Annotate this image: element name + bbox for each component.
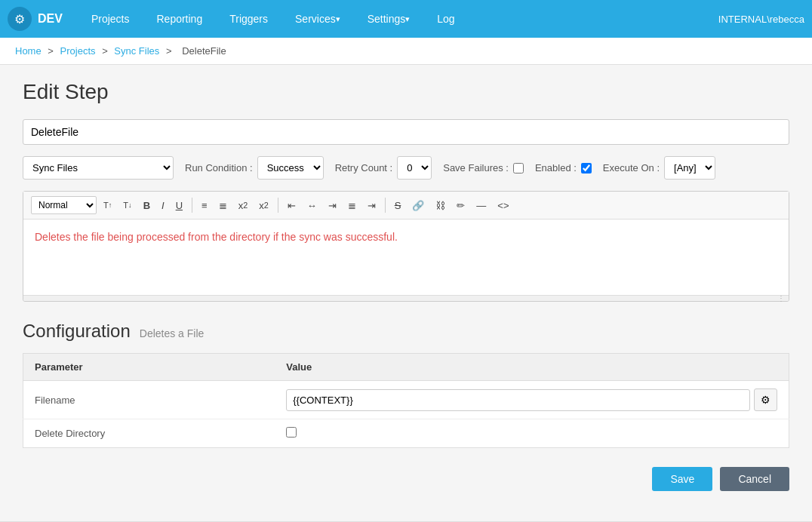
step-name-input[interactable] (23, 119, 789, 145)
col-header-parameter: Parameter (23, 354, 275, 381)
editor-content: Deletes the file being processed from th… (35, 231, 398, 243)
italic-btn[interactable]: I (157, 198, 169, 213)
retry-count-label: Retry Count : (335, 162, 393, 173)
delete-directory-checkbox[interactable] (286, 427, 297, 438)
font-size-up-btn[interactable]: T↑ (99, 198, 116, 212)
logo-icon: ⚙ (8, 7, 32, 31)
options-row: Sync Files Run Condition : Success Failu… (23, 156, 789, 180)
align-left-btn[interactable]: ⇤ (283, 198, 300, 213)
format-select[interactable]: Normal Heading 1 Heading 2 (31, 196, 97, 214)
user-info: INTERNAL\rebecca (718, 14, 804, 25)
execute-on-select[interactable]: [Any] (664, 156, 715, 180)
execute-on-label: Execute On : (603, 162, 660, 173)
enabled-checkbox[interactable] (581, 163, 592, 173)
save-failures-label: Save Failures : (443, 162, 509, 173)
run-condition-group: Run Condition : Success Failure Always (185, 156, 324, 180)
source-btn[interactable]: <> (493, 198, 513, 213)
nav-item-reporting[interactable]: Reporting (143, 0, 216, 38)
strikethrough-btn[interactable]: S (390, 198, 406, 213)
editor-container: Normal Heading 1 Heading 2 T↑ T↓ B I U ≡… (23, 191, 789, 302)
table-row: Filename ⚙ (23, 381, 789, 419)
top-navigation: ⚙ DEV Projects Reporting Triggers Servic… (0, 0, 812, 38)
enabled-label: Enabled : (535, 162, 577, 173)
run-condition-label: Run Condition : (185, 162, 253, 173)
retry-count-select[interactable]: 0123 (397, 156, 432, 180)
breadcrumb-sync-files[interactable]: Sync Files (114, 45, 159, 57)
cancel-button[interactable]: Cancel (720, 467, 789, 491)
enabled-group: Enabled : (535, 162, 592, 173)
editor-resize-handle[interactable]: ⋮ (23, 295, 789, 301)
font-size-down-btn[interactable]: T↓ (118, 198, 136, 212)
config-header: Configuration Deletes a File (23, 321, 789, 342)
nav-item-projects[interactable]: Projects (78, 0, 143, 38)
breadcrumb-current: DeleteFile (182, 45, 226, 57)
editor-toolbar: Normal Heading 1 Heading 2 T↑ T↓ B I U ≡… (23, 192, 789, 220)
filename-input-wrapper: ⚙ (286, 388, 777, 411)
col-header-value: Value (275, 354, 789, 381)
nav-items: Projects Reporting Triggers Services Set… (78, 0, 718, 38)
app-env: DEV (38, 12, 63, 26)
table-row: Delete Directory (23, 419, 789, 448)
value-delete-directory (275, 419, 789, 448)
highlight-btn[interactable]: ✏ (452, 198, 469, 213)
editor-body[interactable]: Deletes the file being processed from th… (23, 220, 789, 295)
divider-2 (278, 198, 278, 213)
breadcrumb-projects[interactable]: Projects (60, 45, 96, 57)
save-failures-group: Save Failures : (443, 162, 524, 173)
page-title: Edit Step (23, 80, 789, 104)
filename-gear-btn[interactable]: ⚙ (754, 388, 777, 411)
retry-count-group: Retry Count : 0123 (335, 156, 432, 180)
pipeline-select[interactable]: Sync Files (23, 156, 174, 180)
nav-item-services[interactable]: Services (281, 0, 354, 38)
unordered-list-btn[interactable]: ≣ (214, 198, 232, 213)
superscript-btn[interactable]: x2 (254, 198, 273, 213)
filename-input[interactable] (286, 389, 750, 411)
align-right-btn[interactable]: ⇥ (324, 198, 341, 213)
underline-btn[interactable]: U (171, 198, 187, 213)
ordered-list-btn[interactable]: ≡ (197, 198, 212, 213)
app-logo[interactable]: ⚙ DEV (8, 7, 63, 31)
pipeline-group: Sync Files (23, 156, 174, 180)
main-content: Edit Step Sync Files Run Condition : Suc… (0, 65, 812, 521)
nav-item-log[interactable]: Log (423, 0, 468, 38)
unlink-btn[interactable]: ⛓ (431, 198, 450, 213)
divider-3 (385, 198, 386, 213)
indent-btn[interactable]: ⇥ (363, 198, 380, 213)
align-justify-btn[interactable]: ≣ (343, 198, 361, 213)
bold-btn[interactable]: B (139, 198, 155, 213)
config-title: Configuration (23, 321, 131, 342)
subscript-btn[interactable]: x2 (234, 198, 253, 213)
breadcrumb: Home > Projects > Sync Files > DeleteFil… (0, 38, 812, 65)
save-button[interactable]: Save (652, 467, 712, 491)
run-condition-select[interactable]: Success Failure Always (257, 156, 324, 180)
link-btn[interactable]: 🔗 (408, 198, 429, 213)
config-subtitle: Deletes a File (140, 327, 205, 339)
param-filename: Filename (23, 381, 275, 419)
action-row: Save Cancel (23, 467, 789, 491)
hr-btn[interactable]: — (472, 198, 491, 213)
execute-on-group: Execute On : [Any] (603, 156, 715, 180)
value-filename: ⚙ (275, 381, 789, 419)
divider-1 (192, 198, 192, 213)
align-center-btn[interactable]: ↔ (303, 198, 321, 213)
param-delete-directory: Delete Directory (23, 419, 275, 448)
breadcrumb-home[interactable]: Home (15, 45, 42, 57)
nav-item-triggers[interactable]: Triggers (216, 0, 281, 38)
nav-item-settings[interactable]: Settings (354, 0, 424, 38)
config-table: Parameter Value Filename ⚙ Delete Direct… (23, 353, 789, 448)
save-failures-checkbox[interactable] (513, 163, 524, 173)
